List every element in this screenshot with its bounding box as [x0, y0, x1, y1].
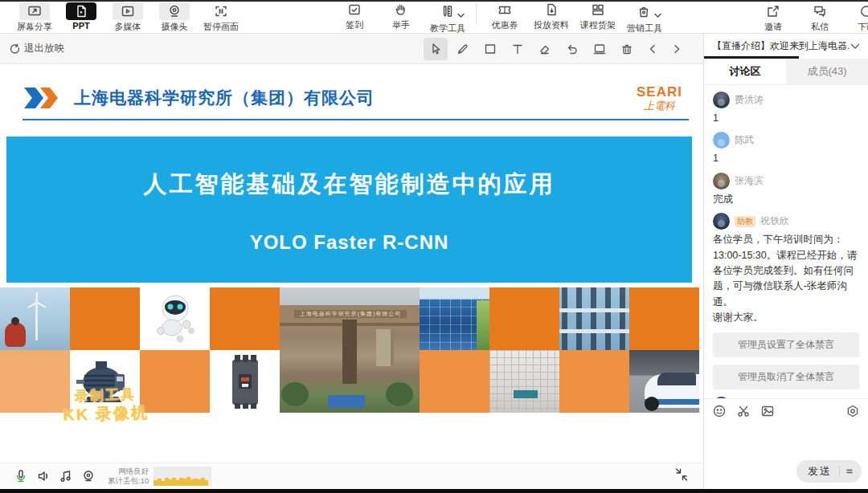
- toolbar-private-message[interactable]: 私信: [796, 2, 843, 33]
- photo-wind-turbine: [0, 287, 70, 350]
- orange-tile: [559, 350, 629, 413]
- toolbar-pause-screen[interactable]: 暂停画面: [198, 2, 244, 33]
- toolbar-label: 私信: [811, 21, 829, 33]
- toolbar-camera[interactable]: 摄像头: [151, 2, 198, 33]
- toolbar-multimedia[interactable]: 多媒体: [104, 2, 151, 33]
- avatar[interactable]: [713, 213, 730, 230]
- watermark-line2: KK 录像机: [63, 402, 149, 426]
- tab-discussion[interactable]: 讨论区: [704, 59, 786, 84]
- chat-panel: 【直播介绍】欢迎来到上海电器... 讨论区 成员(43) 费洪涛 1: [703, 34, 868, 489]
- shape-tool-button[interactable]: [478, 38, 502, 60]
- company-name: 上海电器科学研究所（集团）有限公司: [74, 87, 375, 109]
- orange-tile: [629, 287, 699, 350]
- chat-message-text: 1: [713, 111, 859, 126]
- speaker-button[interactable]: [32, 468, 55, 484]
- photo-anechoic-chamber: [489, 350, 559, 413]
- orange-tile: [0, 350, 70, 413]
- toolbar-materials[interactable]: 投放资料: [528, 1, 575, 31]
- chat-settings-button[interactable]: [845, 404, 860, 418]
- emoji-button[interactable]: [712, 404, 727, 418]
- select-tool-button[interactable]: [424, 38, 448, 60]
- prev-slide-button[interactable]: [642, 38, 663, 60]
- toolbar-label: 下课: [858, 21, 868, 33]
- chevron-right-icon: [671, 43, 682, 55]
- send-button[interactable]: 发送: [796, 460, 862, 483]
- toolbar-teaching-group: 签到 举手 教学工具 优惠券: [331, 1, 668, 35]
- packet-loss-label: 累计丢包:10: [108, 476, 149, 486]
- toolbar-label: 营销工具: [627, 22, 662, 35]
- screenshot-button[interactable]: [736, 404, 751, 418]
- chevron-down-icon: [850, 43, 860, 50]
- chat-username: 祝轶欣: [760, 214, 789, 228]
- toolbar-screen-share[interactable]: 屏幕分享: [11, 2, 58, 33]
- exit-presentation-label: 退出放映: [24, 42, 64, 55]
- toolbar-label: 邀请: [764, 21, 782, 33]
- assistant-badge: 助教: [735, 216, 755, 227]
- end-class-icon: [851, 2, 868, 20]
- orange-tile: [70, 287, 140, 350]
- toolbar-ppt[interactable]: PPT: [58, 2, 104, 31]
- app-window: 屏幕分享 PPT 多媒体 摄像头 暂停画面: [0, 0, 868, 493]
- orange-tile: [420, 350, 489, 413]
- chat-message-text: 完成: [713, 192, 859, 207]
- send-divider: [839, 466, 840, 477]
- toolbar-endclass-group: 下课: [843, 2, 868, 33]
- toolbar-coupon[interactable]: 优惠券: [481, 1, 528, 31]
- chat-message-list[interactable]: 费洪涛 1 陈武 1 张海滨 完成: [704, 85, 868, 398]
- slide-canvas[interactable]: 上海电器科学研究所（集团）有限公司 SEARI 上電科 人工智能基础及在智能制造…: [0, 64, 703, 462]
- next-slide-button[interactable]: [666, 38, 687, 60]
- seari-logo: SEARI 上電科: [637, 85, 689, 111]
- photo-circuit-breaker: [210, 350, 280, 413]
- photo-solar-panels: [420, 287, 489, 350]
- trash-icon: [620, 42, 634, 56]
- tab-members[interactable]: 成员(43): [786, 59, 868, 84]
- photo-test-equipment: [559, 287, 629, 350]
- toolbar-marketing-tools[interactable]: 营销工具: [621, 1, 668, 35]
- chat-message: 张海滨 完成: [713, 173, 859, 207]
- course-shelf-icon: [583, 1, 613, 18]
- clear-button[interactable]: [615, 38, 639, 60]
- toolbar-raise-hand[interactable]: 举手: [378, 1, 424, 31]
- toolbar-label: 多媒体: [115, 21, 141, 33]
- toolbar-invite[interactable]: 邀请: [750, 2, 796, 33]
- chat-username: 陈武: [735, 133, 754, 147]
- avatar[interactable]: [713, 132, 730, 149]
- whiteboard-icon: [592, 42, 607, 56]
- microphone-button[interactable]: [10, 468, 32, 484]
- collapse-toolbar-button[interactable]: [674, 467, 689, 485]
- avatar[interactable]: [713, 92, 730, 108]
- live-intro-bar[interactable]: 【直播介绍】欢迎来到上海电器...: [704, 34, 868, 56]
- exit-presentation-button[interactable]: 退出放映: [8, 42, 64, 55]
- live-intro-title: 【直播介绍】欢迎来到上海电器...: [712, 39, 850, 53]
- eraser-tool-button[interactable]: [533, 38, 557, 60]
- chevrons-logo-icon: [23, 86, 64, 110]
- network-status: 网络良好 累计丢包:10: [108, 467, 149, 486]
- undo-button[interactable]: [560, 38, 584, 60]
- slide-subtitle: YOLO Faster R-CNN: [250, 231, 449, 254]
- materials-icon: [536, 1, 567, 18]
- music-button[interactable]: [55, 468, 77, 484]
- toolbar-teaching-tools[interactable]: 教学工具: [424, 1, 471, 35]
- text-tool-button[interactable]: [506, 38, 530, 60]
- photo-robot: [140, 287, 210, 350]
- toolbar-end-class[interactable]: 下课: [843, 2, 868, 33]
- chat-input[interactable]: [704, 418, 868, 460]
- send-options-icon[interactable]: [845, 467, 854, 475]
- chat-message-text: 1: [713, 151, 859, 166]
- board-button[interactable]: [588, 38, 612, 60]
- slide-title: 人工智能基础及在智能制造中的应用: [144, 169, 555, 201]
- toolbar-course-shelf[interactable]: 课程货架: [575, 1, 621, 31]
- toolbar-sign-in[interactable]: 签到: [331, 1, 378, 31]
- avatar[interactable]: [713, 173, 730, 189]
- toolbar-social-group: 邀请 私信: [750, 2, 843, 33]
- chat-message-header: 张海滨: [713, 173, 859, 189]
- raise-hand-icon: [386, 1, 416, 18]
- camera-icon: [159, 2, 190, 20]
- pen-tool-button[interactable]: [451, 38, 475, 60]
- chat-message-header: 助教 祝轶欣: [713, 213, 859, 230]
- main-row: 退出放映: [0, 34, 868, 489]
- image-button[interactable]: [760, 404, 775, 418]
- webcam-button[interactable]: [77, 468, 100, 484]
- toolbar-label: PPT: [72, 21, 89, 31]
- toolbar-label: 教学工具: [430, 22, 465, 35]
